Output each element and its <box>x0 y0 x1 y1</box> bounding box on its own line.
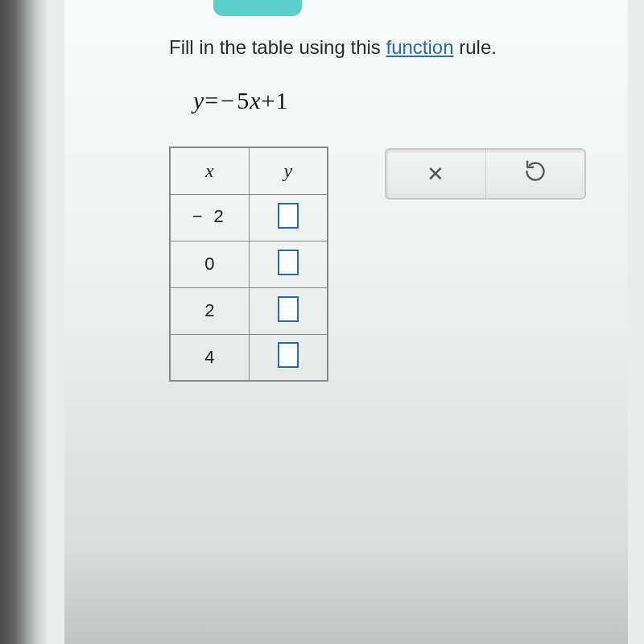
answer-controls: ✕ <box>385 148 586 200</box>
instruction-suffix: rule. <box>454 36 497 58</box>
instruction-text: Fill in the table using this function ru… <box>169 36 596 59</box>
reset-button[interactable] <box>486 150 585 198</box>
problem-panel: Fill in the table using this function ru… <box>64 0 628 644</box>
answer-input[interactable] <box>278 203 299 229</box>
photo-edge-shadow <box>0 0 48 644</box>
equation: y=−5x+1 <box>193 87 596 114</box>
table-row: 0 <box>170 241 328 287</box>
y-cell <box>249 334 328 381</box>
x-cell: − 2 <box>170 194 249 241</box>
header-x: x <box>170 147 249 194</box>
function-table: x y − 2 0 2 4 <box>169 147 328 382</box>
y-cell <box>249 194 328 241</box>
answer-input[interactable] <box>278 296 299 322</box>
x-cell: 4 <box>170 334 249 381</box>
y-cell <box>249 287 328 334</box>
function-link[interactable]: function <box>386 36 453 58</box>
table-header-row: x y <box>170 147 328 194</box>
teal-tab-decor <box>213 0 302 16</box>
close-icon: ✕ <box>427 162 444 187</box>
x-cell: 0 <box>170 241 249 287</box>
table-row: − 2 <box>170 194 328 241</box>
y-cell <box>249 241 328 287</box>
table-row: 2 <box>170 287 328 334</box>
answer-input[interactable] <box>278 250 299 275</box>
header-y: y <box>249 147 328 194</box>
clear-button[interactable]: ✕ <box>386 150 486 198</box>
x-cell: 2 <box>170 287 249 334</box>
bottom-shadow <box>64 547 628 644</box>
reset-icon <box>524 160 547 188</box>
answer-input[interactable] <box>278 342 299 368</box>
work-row: x y − 2 0 2 4 ✕ <box>169 147 596 382</box>
table-row: 4 <box>170 334 328 381</box>
instruction-prefix: Fill in the table using this <box>169 36 386 58</box>
